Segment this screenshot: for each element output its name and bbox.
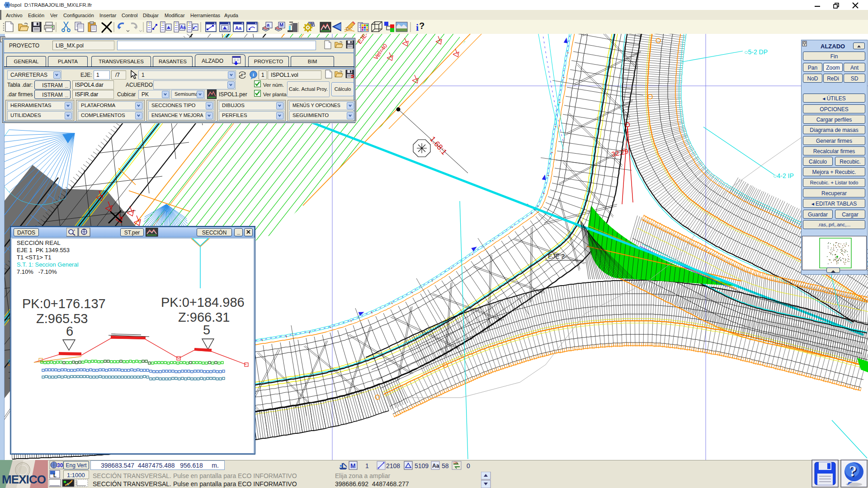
svg-text:MEXICO: MEXICO (2, 473, 46, 486)
svg-text:?: ? (849, 463, 857, 479)
svg-text:Aa: Aa (235, 25, 242, 31)
svg-text:M: M (350, 462, 356, 469)
svg-text:5: 5 (203, 323, 210, 337)
svg-text:Z:965.53: Z:965.53 (36, 311, 88, 326)
svg-text:6: 6 (66, 324, 73, 338)
svg-text:a: a (267, 22, 270, 28)
svg-text:○5-2 DP: ○5-2 DP (744, 48, 768, 56)
svg-text:i: i (253, 72, 254, 77)
svg-text:EJE 2: EJE 2 (548, 253, 565, 260)
svg-text:PK:0+176.137: PK:0+176.137 (22, 296, 106, 311)
svg-text:#: # (241, 73, 243, 77)
svg-text:Aa: Aa (180, 25, 186, 30)
svg-text:30: 30 (57, 462, 63, 469)
svg-text:+: + (73, 228, 75, 232)
svg-text:?: ? (419, 21, 425, 31)
svg-text:M: M (279, 22, 283, 28)
svg-text:Aa: Aa (432, 463, 439, 469)
svg-text:CEL: CEL (453, 461, 458, 464)
svg-text:i: i (416, 22, 419, 33)
svg-text:○4-2 IP: ○4-2 IP (773, 172, 794, 179)
svg-text:PK:0+184.986: PK:0+184.986 (161, 295, 245, 310)
svg-text:L: L (53, 473, 57, 478)
